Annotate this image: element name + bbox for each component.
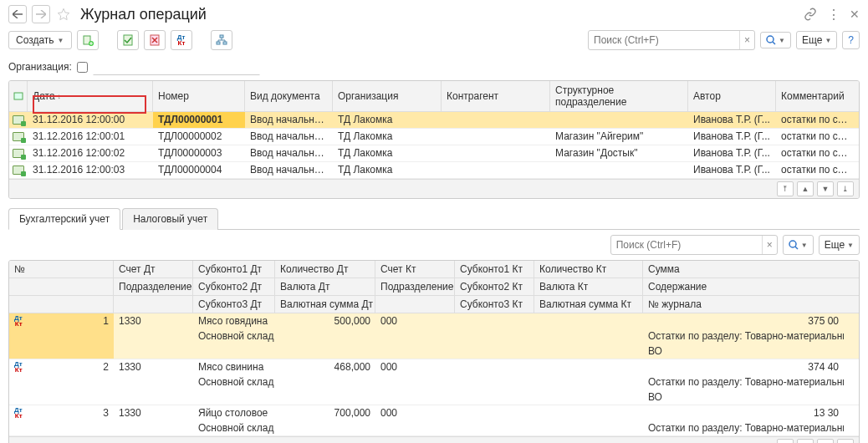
detail-entry[interactable]: ДтКт21330Мясо свинина468,000000374 40Осн… — [9, 359, 859, 405]
dh-val-kt[interactable]: Валюта Кт — [534, 278, 643, 295]
cell-sum: 375 00 — [643, 313, 844, 328]
link-icon[interactable] — [804, 8, 817, 21]
svg-rect-8 — [14, 93, 23, 99]
dh-val-dt[interactable]: Валюта Дт — [275, 278, 375, 295]
green-doc-button[interactable] — [117, 30, 139, 50]
org-filter-label: Организация: — [8, 61, 72, 73]
operations-grid: Дата↓ Номер Вид документа Организация Ко… — [8, 80, 860, 199]
org-filter-input[interactable] — [93, 59, 260, 75]
struct-button[interactable] — [211, 30, 232, 50]
detail-prev-page-button[interactable]: ▲ — [797, 439, 814, 443]
grid-footer: ⤒ ▲ ▼ ⤓ — [9, 179, 859, 198]
next-page-button[interactable]: ▼ — [817, 181, 834, 196]
detail-body[interactable]: ДтКт11330Мясо говядина500,000000375 00Ос… — [9, 313, 859, 436]
col-comm[interactable]: Комментарий — [776, 81, 855, 111]
grid-body[interactable]: 31.12.2016 12:00:00ТДЛ00000001Ввод начал… — [9, 112, 859, 179]
detail-more-label: Еще — [825, 239, 845, 251]
cell-auth: Иванова Т.Р. (Г... — [688, 112, 776, 128]
dtkt-button[interactable]: ДтКт — [171, 30, 192, 50]
detail-entry[interactable]: ДтКт11330Мясо говядина500,000000375 00Ос… — [9, 313, 859, 359]
dh-num[interactable]: № — [9, 261, 114, 278]
dh-sch-kt[interactable]: Счет Кт — [375, 261, 455, 278]
back-button[interactable] — [8, 5, 27, 23]
dh-podr-kt[interactable]: Подразделение Кт — [375, 278, 455, 295]
dh-sub3-kt[interactable]: Субконто3 Кт — [455, 296, 534, 313]
last-page-button[interactable]: ⤓ — [837, 181, 854, 196]
detail-more-button[interactable]: Еще ▼ — [819, 235, 860, 255]
col-num[interactable]: Номер — [153, 81, 245, 111]
dh-sum[interactable]: Сумма — [643, 261, 844, 278]
cell-sch-kt: 000 — [375, 405, 455, 420]
help-button[interactable]: ? — [842, 31, 860, 49]
cell-qty-dt: 468,000 — [275, 359, 375, 374]
search-exec-button[interactable]: ▼ — [760, 32, 791, 48]
table-row[interactable]: 31.12.2016 12:00:00ТДЛ00000001Ввод начал… — [9, 112, 859, 129]
detail-last-page-button[interactable]: ⤓ — [837, 439, 854, 443]
favorite-icon[interactable] — [55, 6, 72, 23]
grid-corner-icon[interactable] — [9, 81, 28, 111]
col-contr[interactable]: Контрагент — [442, 81, 550, 111]
dh-valsum-kt[interactable]: Валютная сумма Кт — [534, 296, 643, 313]
col-org[interactable]: Организация — [333, 81, 442, 111]
doc-status-icon — [13, 132, 24, 141]
detail-entry[interactable]: ДтКт31330Яйцо столовое700,00000013 30Осн… — [9, 405, 859, 436]
svg-point-7 — [767, 36, 774, 43]
cell-struct: Магазин "Айгерим" — [550, 129, 688, 145]
create-button[interactable]: Создать ▼ — [8, 31, 72, 49]
col-doc[interactable]: Вид документа — [245, 81, 333, 111]
more-label: Еще — [802, 34, 822, 46]
detail-next-page-button[interactable]: ▼ — [817, 439, 834, 443]
cell-contr — [442, 162, 550, 178]
red-doc-button[interactable] — [144, 30, 166, 50]
chevron-down-icon: ▼ — [847, 242, 854, 249]
detail-search-exec-button[interactable]: ▼ — [783, 235, 814, 255]
doc-status-icon — [13, 115, 24, 125]
prev-page-button[interactable]: ▲ — [797, 181, 814, 196]
dh-sub1-dt[interactable]: Субконто1 Дт — [193, 261, 275, 278]
first-page-button[interactable]: ⤒ — [777, 181, 794, 196]
col-struct[interactable]: Структурное подразделение — [550, 81, 688, 111]
dh-sch-dt[interactable]: Счет Дт — [114, 261, 193, 278]
detail-grid: № Счет Дт Субконто1 Дт Количество Дт Сче… — [8, 260, 860, 443]
dh-qty-dt[interactable]: Количество Дт — [275, 261, 375, 278]
svg-rect-4 — [220, 35, 223, 38]
detail-search-input[interactable] — [611, 237, 762, 253]
kebab-icon[interactable]: ⋮ — [827, 7, 840, 23]
dh-journal[interactable]: № журнала — [643, 296, 844, 313]
detail-first-page-button[interactable]: ⤒ — [777, 439, 794, 443]
detail-search-clear-icon[interactable]: × — [762, 236, 777, 254]
cell-org: ТД Лакомка — [333, 145, 442, 161]
table-row[interactable]: 31.12.2016 12:00:03ТДЛ00000004Ввод начал… — [9, 162, 859, 179]
tab-accounting[interactable]: Бухгалтерский учет — [8, 208, 120, 230]
dh-sub2-kt[interactable]: Субконто2 Кт — [455, 278, 534, 295]
dh-sub2-dt[interactable]: Субконто2 Дт — [193, 278, 275, 295]
dh-valsum-dt[interactable]: Валютная сумма Дт — [275, 296, 375, 313]
detail-row-num: 2 — [103, 361, 109, 373]
col-auth[interactable]: Автор — [688, 81, 776, 111]
search-input[interactable] — [589, 32, 739, 48]
search-clear-icon[interactable]: × — [739, 31, 754, 49]
cell-doc: Ввод начальных ... — [245, 145, 333, 161]
forward-button[interactable] — [32, 5, 50, 23]
cell-jrn: ВО — [643, 390, 844, 405]
dh-podr-dt[interactable]: Подразделение Дт — [114, 278, 193, 295]
table-row[interactable]: 31.12.2016 12:00:02ТДЛ00000003Ввод начал… — [9, 145, 859, 162]
cell-store: Основной склад — [193, 420, 275, 435]
copy-doc-button[interactable] — [77, 30, 99, 50]
cell-sch-kt: 000 — [375, 313, 455, 328]
dh-qty-kt[interactable]: Количество Кт — [534, 261, 643, 278]
org-filter-checkbox[interactable] — [77, 62, 88, 73]
table-row[interactable]: 31.12.2016 12:00:01ТДЛ00000002Ввод начал… — [9, 129, 859, 145]
tab-tax[interactable]: Налоговый учет — [122, 208, 218, 230]
search-box[interactable]: × — [588, 30, 755, 50]
detail-search-box[interactable]: × — [610, 235, 778, 255]
cell-sch-kt: 000 — [375, 359, 455, 374]
dh-sub1-kt[interactable]: Субконто1 Кт — [455, 261, 534, 278]
dh-sub3-dt[interactable]: Субконто3 Дт — [193, 296, 275, 313]
close-icon[interactable]: ✕ — [850, 8, 860, 21]
col-date[interactable]: Дата↓ — [28, 81, 153, 111]
cell-comm: остатки по сче... — [776, 162, 855, 178]
dh-content[interactable]: Содержание — [643, 278, 844, 295]
grid-header: Дата↓ Номер Вид документа Организация Ко… — [9, 81, 859, 112]
more-button[interactable]: Еще ▼ — [796, 31, 837, 49]
